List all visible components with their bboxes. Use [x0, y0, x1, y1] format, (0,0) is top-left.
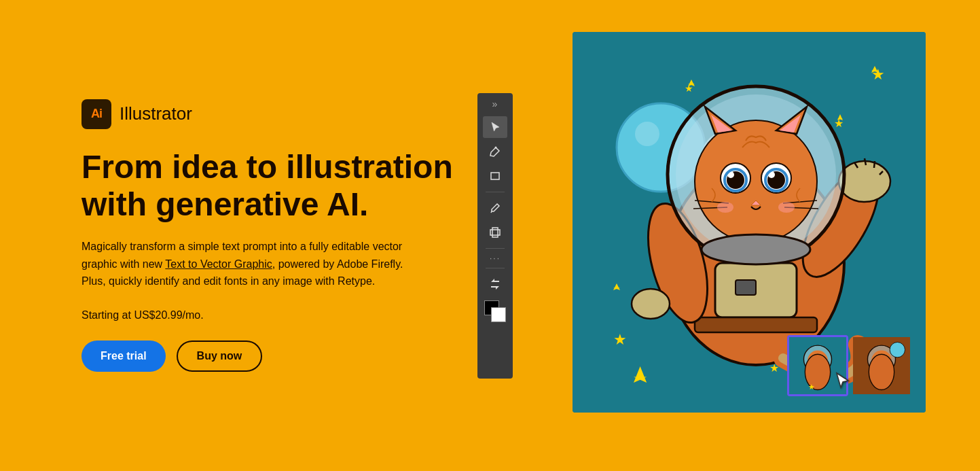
svg-rect-1: [491, 173, 499, 179]
headline-line1: From idea to illustration: [81, 149, 453, 185]
link-text: Text to Vector Graphic: [165, 258, 272, 270]
pen-tool[interactable]: [483, 141, 507, 162]
free-trial-button[interactable]: Free trial: [81, 341, 166, 372]
svg-point-14: [632, 289, 670, 319]
pricing-text: Starting at US$20.99/mo.: [81, 309, 462, 321]
svg-rect-12: [695, 317, 817, 332]
eyedropper-tool[interactable]: [483, 197, 507, 219]
cta-row: Free trial Buy now: [81, 341, 462, 372]
svg-text:★: ★: [834, 118, 843, 129]
svg-text:★: ★: [685, 83, 693, 94]
svg-point-8: [635, 122, 659, 146]
text-to-vector-link[interactable]: Text to Vector Graphic: [165, 258, 272, 270]
illustration-area: ★ ★ ★ ★ ★: [573, 32, 926, 413]
toolbar-more[interactable]: ···: [490, 254, 501, 263]
svg-point-24: [695, 120, 817, 243]
svg-line-19: [874, 161, 875, 168]
right-panel: »: [477, 32, 926, 440]
headline-line2: with generative AI.: [81, 186, 368, 222]
svg-rect-3: [492, 228, 498, 237]
illustrator-toolbar: »: [477, 93, 513, 379]
toolbar-divider-3: [486, 268, 505, 268]
svg-point-67: [890, 342, 905, 357]
thumbnail-2-preview: [853, 337, 910, 394]
select-tool[interactable]: [483, 116, 507, 138]
description: Magically transform a simple text prompt…: [81, 238, 421, 290]
rectangle-tool[interactable]: [483, 165, 507, 187]
cursor-icon: [835, 372, 850, 394]
svg-text:★: ★: [871, 66, 885, 83]
svg-rect-11: [736, 280, 756, 295]
background-color: [491, 307, 506, 322]
ai-logo: Ai: [81, 99, 111, 129]
color-picker[interactable]: [484, 300, 506, 322]
svg-text:★: ★: [613, 331, 627, 348]
brand-name: Illustrator: [120, 103, 192, 124]
logo-text: Ai: [91, 107, 102, 121]
svg-point-0: [495, 146, 497, 148]
svg-point-66: [869, 354, 894, 389]
buy-now-button[interactable]: Buy now: [177, 341, 263, 372]
svg-text:★: ★: [808, 382, 815, 390]
switch-tool[interactable]: [483, 273, 507, 295]
brand-row: Ai Illustrator: [81, 99, 462, 129]
svg-rect-2: [490, 230, 500, 235]
shape-tool[interactable]: [483, 222, 507, 243]
svg-point-43: [778, 202, 795, 213]
toolbar-divider-1: [486, 192, 505, 192]
svg-point-44: [702, 234, 810, 264]
headline: From idea to illustration with generativ…: [81, 148, 462, 223]
thumbnail-strip: ★: [787, 335, 912, 396]
svg-point-42: [717, 202, 733, 213]
toolbar-divider-2: [486, 248, 505, 249]
svg-text:★: ★: [769, 362, 779, 374]
toolbar-grip: »: [492, 99, 498, 109]
svg-point-16: [839, 161, 890, 202]
thumbnail-2[interactable]: [851, 335, 912, 396]
left-panel: Ai Illustrator From idea to illustration…: [81, 99, 462, 372]
